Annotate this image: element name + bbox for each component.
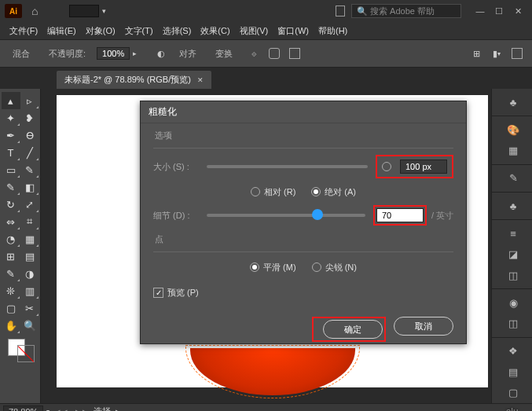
panel-transparency-icon[interactable]: ◫	[498, 268, 526, 282]
panel-color-icon[interactable]: 🎨	[498, 123, 526, 137]
magic-wand-tool[interactable]: ✦	[2, 109, 20, 127]
menu-file[interactable]: 文件(F)	[5, 25, 42, 37]
gradient-tool[interactable]: ▤	[20, 248, 39, 265]
preview-checkbox[interactable]: ✓ 预览 (P)	[153, 287, 199, 299]
search-icon: 🔍	[357, 6, 368, 17]
detail-slider[interactable]	[207, 214, 365, 217]
cancel-button[interactable]: 取消	[394, 317, 453, 336]
curvature-tool[interactable]: Ɵ	[20, 127, 39, 144]
radio-absolute[interactable]: 绝对 (A)	[311, 186, 356, 198]
panel-brushes-icon[interactable]: ✎	[498, 171, 526, 185]
highlight-detail: 70	[373, 205, 427, 226]
watermark-text: .olu....	[503, 406, 529, 412]
close-button[interactable]: ✕	[508, 3, 527, 19]
symbol-sprayer-tool[interactable]: ❊	[2, 282, 20, 299]
selection-tool[interactable]: ▴	[2, 92, 20, 109]
line-tool[interactable]: ╱	[20, 144, 39, 161]
dialog-titlebar[interactable]: 粗糙化	[141, 101, 466, 123]
maximize-button[interactable]: ☐	[490, 3, 508, 19]
menu-help[interactable]: 帮助(H)	[314, 25, 352, 37]
artboard-nav[interactable]: ◂ ◂ ▸ ▸	[56, 406, 86, 411]
eyedropper-tool[interactable]: ✎	[2, 265, 20, 282]
panel-layers-icon[interactable]: ❖	[498, 344, 526, 358]
menu-window[interactable]: 窗口(W)	[273, 25, 314, 37]
panel-artboards-icon[interactable]: ▢	[498, 385, 526, 399]
pen-tool[interactable]: ✒	[2, 127, 20, 144]
panel-appearance-icon[interactable]: ◉	[498, 295, 526, 310]
search-placeholder: 搜索 Adobe 帮助	[370, 6, 435, 17]
opacity-value[interactable]: 100%	[97, 47, 130, 60]
radio-corner[interactable]: 尖锐 (N)	[312, 262, 357, 273]
blend-tool[interactable]: ◑	[20, 265, 39, 282]
document-tab[interactable]: 未标题-2* @ 78.89% (RGB/预览) ✕	[57, 71, 211, 89]
transform-label[interactable]: 变换	[215, 48, 233, 60]
menu-edit[interactable]: 编辑(E)	[42, 25, 81, 37]
shaper-tool[interactable]: ✎	[2, 178, 20, 196]
menu-effect[interactable]: 效果(C)	[196, 25, 234, 37]
graph-tool[interactable]: ▥	[20, 282, 39, 299]
ok-button[interactable]: 确定	[323, 320, 383, 339]
menu-object[interactable]: 对象(O)	[81, 25, 120, 37]
panel-swatches-icon[interactable]: ▦	[498, 144, 526, 158]
menubar: 文件(F) 编辑(E) 对象(O) 文字(T) 选择(S) 效果(C) 视图(V…	[0, 22, 532, 39]
width-tool[interactable]: ⇔	[2, 213, 20, 230]
size-input[interactable]: 100 px	[400, 160, 447, 174]
size-label: 大小 (S) :	[153, 161, 199, 173]
mesh-tool[interactable]: ⊞	[2, 248, 20, 265]
zoom-value[interactable]: 78.89%	[3, 405, 43, 412]
home-icon[interactable]: ⌂	[31, 5, 38, 17]
minimize-button[interactable]: —	[471, 3, 490, 19]
opacity-label: 不透明度:	[49, 48, 86, 60]
slice-tool[interactable]: ✂	[20, 299, 39, 317]
radio-smooth[interactable]: 平滑 (M)	[250, 262, 296, 273]
clip-shape-icon[interactable]	[266, 45, 283, 62]
blend-mode-label[interactable]: 混合	[13, 48, 30, 60]
panel-asset-export-icon[interactable]: ▤	[498, 365, 526, 379]
lasso-tool[interactable]: ❥	[20, 109, 39, 127]
zoom-tool[interactable]: 🔍	[20, 317, 39, 334]
isolate-icon[interactable]: ⟐	[245, 45, 262, 62]
recolor-icon[interactable]: ◐	[152, 45, 170, 62]
scale-tool[interactable]: ⤢	[20, 196, 39, 213]
chevron-down-icon[interactable]: ▾	[46, 408, 50, 411]
artwork-rough-ellipse[interactable]	[190, 348, 355, 395]
chevron-right-icon[interactable]: ▸	[133, 50, 137, 57]
panel-stroke-icon[interactable]: ≡	[498, 226, 526, 240]
rectangle-tool[interactable]: ▭	[2, 161, 20, 178]
rotate-tool[interactable]: ↻	[2, 196, 20, 213]
hand-tool[interactable]: ✋	[2, 317, 20, 334]
fill-stroke-swatch[interactable]	[6, 339, 35, 362]
brush-tool[interactable]: ✎	[20, 161, 39, 178]
radio-relative-label: 相对 (R)	[264, 186, 295, 198]
gpu-icon[interactable]	[336, 6, 345, 17]
shape-builder-tool[interactable]: ◔	[2, 230, 20, 248]
search-input[interactable]: 🔍 搜索 Adobe 帮助	[351, 4, 461, 18]
eraser-tool[interactable]: ◧	[20, 178, 39, 196]
align-label[interactable]: 对齐	[179, 48, 196, 60]
perspective-tool[interactable]: ▦	[20, 230, 39, 248]
tab-close-icon[interactable]: ✕	[197, 76, 204, 84]
free-transform-tool[interactable]: ⌗	[20, 213, 39, 230]
detail-input[interactable]: 70	[376, 208, 424, 222]
panel-graphic-styles-icon[interactable]: ◫	[498, 316, 526, 330]
artboard-tool[interactable]: ▢	[2, 299, 20, 317]
panel-properties-icon[interactable]: ♣	[498, 95, 526, 109]
panel-more-icon[interactable]	[508, 45, 526, 62]
direct-selection-tool[interactable]: ▹	[20, 92, 39, 109]
dialog-roughen: 粗糙化 选项 大小 (S) : 100 px 相对 (R) 绝对 (A)	[140, 101, 467, 344]
size-slider[interactable]	[207, 165, 368, 168]
status-chevron[interactable]: ▸	[116, 406, 120, 411]
type-tool[interactable]: T	[2, 144, 20, 161]
panel-symbols-icon[interactable]: ♣	[498, 199, 526, 213]
document-tabs: 未标题-2* @ 78.89% (RGB/预览) ✕	[0, 68, 532, 89]
dialog-title: 粗糙化	[149, 105, 177, 119]
panel-grid-icon[interactable]: ⊞	[468, 45, 485, 62]
menu-view[interactable]: 视图(V)	[235, 25, 273, 37]
menu-select[interactable]: 选择(S)	[158, 25, 196, 37]
menu-type[interactable]: 文字(T)	[120, 25, 158, 37]
panel-essentials-icon[interactable]: ▮▾	[488, 45, 505, 62]
panel-gradient-icon[interactable]: ◪	[498, 247, 526, 261]
radio-relative[interactable]: 相对 (R)	[251, 186, 295, 198]
clip-path-icon[interactable]	[286, 45, 303, 62]
doc-arrange-menu[interactable]	[69, 5, 99, 17]
